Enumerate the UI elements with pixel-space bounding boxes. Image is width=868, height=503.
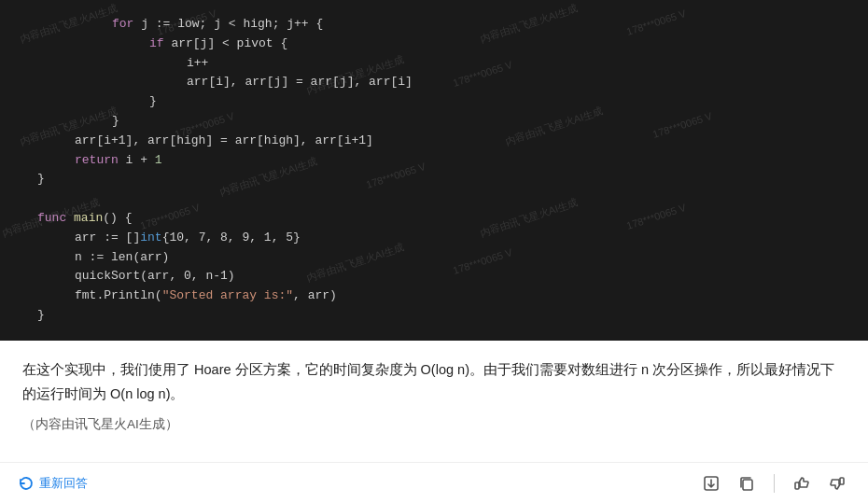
svg-rect-1	[743, 480, 752, 490]
thumbs-down-icon	[829, 475, 846, 492]
toolbar-divider	[774, 474, 775, 493]
source-note: （内容由讯飞星火AI生成）	[22, 413, 846, 436]
code-line: arr[i+1], arr[high] = arr[high], arr[i+1…	[37, 132, 831, 151]
code-line: for j := low; j < high; j++ {	[37, 15, 831, 35]
share-icon	[703, 475, 720, 492]
share-button[interactable]	[699, 471, 723, 496]
code-line: fmt.Println("Sorted array is:", arr)	[37, 286, 831, 306]
retry-label: 重新回答	[39, 475, 88, 492]
retry-button[interactable]: 重新回答	[19, 475, 88, 492]
code-line: i++	[37, 54, 831, 74]
description-text: 在这个实现中，我们使用了 Hoare 分区方案，它的时间复杂度为 O(log n…	[22, 357, 846, 406]
code-line: return i + 1	[37, 151, 831, 171]
copy-button[interactable]	[735, 471, 759, 496]
text-section: 在这个实现中，我们使用了 Hoare 分区方案，它的时间复杂度为 O(log n…	[0, 341, 868, 454]
code-block: 内容由讯飞星火AI生成178***0065 V内容由讯飞星火AI生成178***…	[0, 0, 868, 341]
code-content: for j := low; j < high; j++ {if arr[j] <…	[0, 15, 868, 326]
code-line: func main() {	[37, 209, 831, 229]
code-line: arr[i], arr[j] = arr[j], arr[i]	[37, 73, 831, 92]
code-line: }	[37, 92, 831, 112]
code-line: if arr[j] < pivot {	[37, 35, 831, 54]
toolbar-right	[699, 471, 849, 496]
copy-icon	[738, 475, 755, 492]
code-line: }	[37, 306, 831, 326]
code-line: }	[37, 170, 831, 189]
code-line: quickSort(arr, 0, n-1)	[37, 267, 831, 286]
code-line: n := len(arr)	[37, 248, 831, 268]
code-line	[37, 189, 831, 209]
bottom-toolbar: 重新回答	[0, 462, 868, 503]
code-line: arr := []int{10, 7, 8, 9, 1, 5}	[37, 229, 831, 248]
svg-rect-2	[795, 482, 799, 489]
retry-icon	[19, 476, 34, 491]
svg-rect-3	[840, 478, 844, 484]
thumbs-up-icon	[793, 475, 810, 492]
thumbs-down-button[interactable]	[825, 471, 849, 496]
code-line: }	[37, 112, 831, 132]
thumbs-up-button[interactable]	[790, 471, 814, 496]
